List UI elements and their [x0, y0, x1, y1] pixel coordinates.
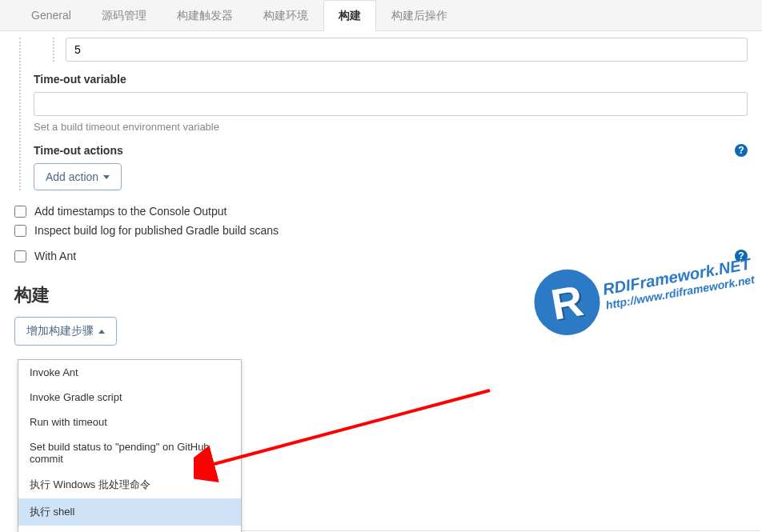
timeout-var-input[interactable] [34, 92, 748, 116]
dropdown-item[interactable]: Invoke Ant [18, 360, 241, 385]
dropdown-item[interactable]: Set build status to "pending" on GitHub … [18, 434, 241, 471]
dropdown-item[interactable]: Run with timeout [18, 410, 241, 434]
caret-up-icon [98, 330, 105, 334]
build-panel: Time-out variable Set a build timeout en… [0, 31, 762, 360]
build-section-title: 构建 [14, 283, 748, 307]
config-tabs: General 源码管理 构建触发器 构建环境 构建 构建后操作 [0, 0, 762, 31]
check-gradle[interactable] [14, 225, 26, 237]
check-ant-label: With Ant [34, 250, 76, 262]
add-build-step-label: 增加构建步骤 [26, 324, 94, 338]
check-ant[interactable] [14, 250, 26, 262]
timeout-value-input[interactable] [66, 38, 748, 62]
check-timestamps[interactable] [14, 206, 26, 218]
tab-build[interactable]: 构建 [323, 0, 376, 31]
dropdown-item[interactable]: 调用顶层 Maven 目标 [18, 526, 241, 532]
dropdown-item[interactable]: 执行 Windows 批处理命令 [18, 471, 241, 498]
help-icon[interactable]: ? [735, 250, 748, 262]
dropdown-item[interactable]: Invoke Gradle script [18, 385, 241, 410]
svg-line-1 [208, 390, 490, 466]
panel-border [200, 371, 760, 531]
timeout-actions-label: Time-out actions [34, 144, 123, 157]
tab-general[interactable]: General [16, 0, 86, 31]
check-ant-row[interactable]: With Ant [14, 250, 76, 262]
add-build-step-button[interactable]: 增加构建步骤 [14, 317, 117, 346]
add-action-button[interactable]: Add action [34, 163, 122, 190]
add-action-label: Add action [46, 170, 98, 183]
build-step-dropdown: Invoke AntInvoke Gradle scriptRun with t… [18, 359, 242, 532]
help-icon[interactable]: ? [735, 144, 748, 157]
check-gradle-row[interactable]: Inspect build log for published Gradle b… [14, 224, 748, 237]
check-timestamps-row[interactable]: Add timestamps to the Console Output [14, 205, 748, 218]
tab-scm[interactable]: 源码管理 [86, 0, 162, 31]
timeout-var-label: Time-out variable [34, 73, 748, 86]
timeout-var-help: Set a build timeout environment variable [34, 121, 748, 133]
timeout-block: Time-out variable Set a build timeout en… [19, 38, 748, 190]
tab-build-env[interactable]: 构建环境 [248, 0, 323, 31]
caret-down-icon [103, 175, 110, 179]
check-gradle-label: Inspect build log for published Gradle b… [34, 224, 279, 237]
tab-post-build[interactable]: 构建后操作 [376, 0, 463, 31]
tab-triggers[interactable]: 构建触发器 [162, 0, 248, 31]
check-timestamps-label: Add timestamps to the Console Output [34, 205, 227, 218]
dropdown-item[interactable]: 执行 shell [18, 498, 241, 526]
